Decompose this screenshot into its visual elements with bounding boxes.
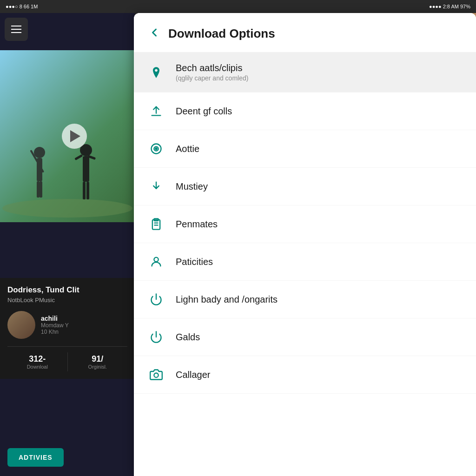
menu-label-2: Aottie	[176, 144, 462, 154]
menu-text-8: Callager	[176, 370, 462, 380]
svg-point-16	[155, 148, 157, 150]
status-bar: ●●●○ 8 66 1M ●●●● 2:8 AM 97%	[0, 0, 476, 13]
video-subtitle: NotbLook PMusic	[7, 297, 127, 304]
menu-label-3: Mustiey	[176, 181, 462, 192]
video-thumbnail	[0, 50, 135, 222]
download-arrow-icon	[148, 178, 165, 195]
menu-label-7: Galds	[176, 332, 462, 343]
menu-item-3[interactable]: Mustiey	[134, 168, 476, 205]
menu-list: Bech aatls/clipis (qglily caper and coml…	[134, 53, 476, 394]
stat-label-originals: Orginisl.	[70, 364, 126, 370]
menu-text-2: Aottie	[176, 144, 462, 154]
pin-icon	[148, 64, 165, 81]
svg-point-0	[2, 199, 132, 218]
menu-text-7: Galds	[176, 332, 462, 343]
svg-rect-3	[37, 181, 40, 198]
menu-item-8[interactable]: Callager	[134, 356, 476, 394]
svg-rect-9	[86, 182, 89, 199]
svg-rect-8	[83, 182, 86, 199]
user-row: achili Momdaw Y 10 Khn	[7, 311, 127, 339]
status-left: ●●●○ 8 66 1M	[6, 4, 38, 9]
person-icon	[148, 253, 165, 270]
avatar-image	[7, 311, 35, 339]
menu-text-5: Paticities	[176, 257, 462, 267]
hamburger-line	[11, 29, 21, 30]
download-options-panel: Download Options Bech aatls/clipis (qgli…	[134, 13, 476, 476]
menu-text-3: Mustiey	[176, 181, 462, 192]
svg-point-25	[154, 373, 158, 377]
panel-title: Download Options	[168, 26, 275, 41]
menu-item-2[interactable]: Aottie	[134, 130, 476, 168]
play-icon	[70, 130, 80, 142]
svg-rect-10	[74, 154, 83, 160]
svg-rect-4	[40, 181, 42, 198]
menu-item-6[interactable]: Lighn bady and /ongarits	[134, 281, 476, 318]
menu-label-1: Deent gf colls	[176, 106, 462, 117]
target-icon	[148, 140, 165, 157]
menu-label-4: Penmates	[176, 219, 462, 230]
svg-point-22	[154, 258, 158, 262]
stats-row: 312- Downloal 91/ Orginisl.	[7, 346, 127, 371]
menu-text-4: Penmates	[176, 219, 462, 230]
left-panel: Dodriess, Tund Clit NotbLook PMusic achi…	[0, 13, 135, 476]
menu-item-5[interactable]: Paticities	[134, 243, 476, 281]
video-play-button[interactable]	[62, 124, 87, 149]
menu-label-5: Paticities	[176, 257, 462, 267]
menu-item-0[interactable]: Bech aatls/clipis (qglily caper and coml…	[134, 53, 476, 93]
panel-header: Download Options	[134, 13, 476, 53]
avatar	[7, 311, 35, 339]
hamburger-line	[11, 32, 21, 33]
menu-text-6: Lighn bady and /ongarits	[176, 294, 462, 305]
status-right: ●●●● 2:8 AM 97%	[429, 4, 470, 9]
hamburger-line	[11, 26, 21, 26]
menu-text-0: Bech aatls/clipis (qglily caper and coml…	[176, 63, 462, 82]
menu-text-1: Deent gf colls	[176, 106, 462, 117]
power-icon	[148, 291, 165, 308]
user-count: 10 Khn	[41, 329, 69, 335]
menu-label-6: Lighn bady and /ongarits	[176, 294, 462, 305]
stat-num-downloads: 312-	[9, 354, 66, 364]
user-handle: Momdaw Y	[41, 322, 69, 329]
svg-rect-7	[83, 156, 89, 182]
menu-item-7[interactable]: Galds	[134, 318, 476, 356]
upload-arrow-icon	[148, 103, 165, 119]
user-info: achili Momdaw Y 10 Khn	[41, 315, 69, 335]
video-title: Dodriess, Tund Clit	[7, 285, 127, 295]
menu-item-1[interactable]: Deent gf colls	[134, 93, 476, 130]
video-info: Dodriess, Tund Clit NotbLook PMusic achi…	[0, 278, 135, 379]
back-button[interactable]	[148, 26, 161, 41]
hamburger-menu[interactable]	[5, 18, 28, 41]
user-name: achili	[41, 315, 69, 322]
menu-label-8: Callager	[176, 370, 462, 380]
stat-label-downloads: Downloal	[9, 364, 66, 370]
cta-button[interactable]: ADTIVIES	[7, 448, 64, 467]
clipboard-icon	[148, 216, 165, 232]
menu-item-4[interactable]: Penmates	[134, 205, 476, 243]
camera-icon	[148, 366, 165, 383]
stat-originals: 91/ Orginisl.	[68, 352, 128, 371]
status-right-text: ●●●● 2:8 AM 97%	[429, 4, 470, 9]
stat-downloads: 312- Downloal	[7, 352, 68, 371]
menu-label-0: Bech aatls/clipis	[176, 63, 462, 73]
svg-point-1	[34, 147, 45, 158]
power2-icon	[148, 329, 165, 345]
status-left-text: ●●●○ 8 66 1M	[6, 4, 38, 9]
menu-sublabel-0: (qglily caper and comled)	[176, 74, 462, 82]
stat-num-originals: 91/	[70, 354, 126, 364]
